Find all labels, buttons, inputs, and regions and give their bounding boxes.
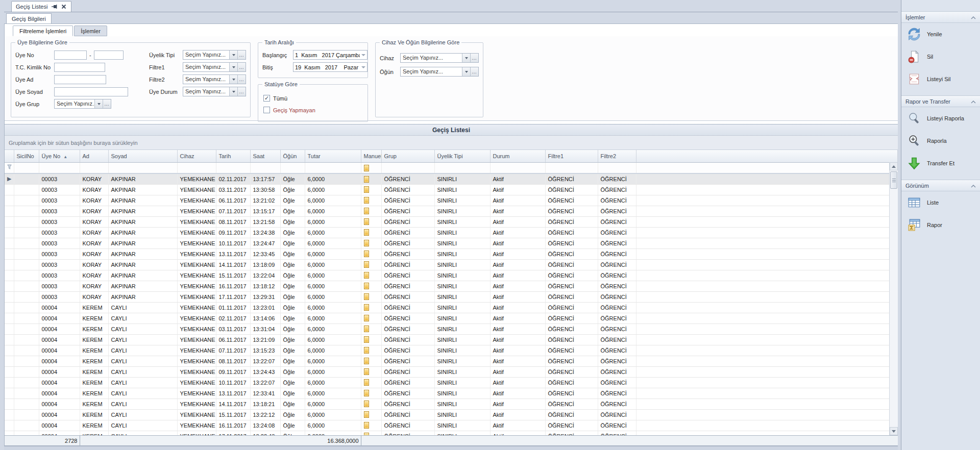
cell-durum[interactable]: Aktif xyxy=(490,377,545,388)
collapse-chevron-icon[interactable] xyxy=(971,98,976,105)
cell-cihaz[interactable]: YEMEKHANE xyxy=(177,216,216,227)
filter-cell-tarih[interactable] xyxy=(216,162,250,173)
cell-tutar[interactable]: 6,0000 xyxy=(305,184,361,195)
cell-cihaz[interactable]: YEMEKHANE xyxy=(177,259,216,270)
filter-cell-grup[interactable] xyxy=(381,162,434,173)
cell-soyad[interactable]: AKPINAR xyxy=(108,195,177,206)
cell-filtre1[interactable]: ÖĞRENCİ xyxy=(545,313,598,323)
cell-durum[interactable]: Aktif xyxy=(490,227,545,238)
cell-filtre2[interactable]: ÖĞRENCİ xyxy=(598,388,636,398)
cell--n[interactable]: Öğle xyxy=(280,281,305,291)
cell--n[interactable]: Öğle xyxy=(280,238,305,248)
column-header-sicilno[interactable]: SicilNo xyxy=(14,150,39,162)
end-date-editor[interactable]: 19 Kasım 2017 Pazar xyxy=(293,62,368,72)
cell-tutar[interactable]: 6,0000 xyxy=(305,420,361,431)
cell--n[interactable]: Öğle xyxy=(280,206,305,216)
cell-cihaz[interactable]: YEMEKHANE xyxy=(177,173,216,184)
cell-ad[interactable]: KORAY xyxy=(80,216,108,227)
table-row[interactable]: 00003KORAYAKPINARYEMEKHANE09.11.201713:2… xyxy=(5,227,898,238)
chevron-down-icon[interactable] xyxy=(229,51,237,59)
cell-ad[interactable]: KEREM xyxy=(80,377,108,388)
cell-filtre1[interactable]: ÖĞRENCİ xyxy=(545,323,598,334)
cell-tarih[interactable]: 16.11.2017 xyxy=(216,420,250,431)
ellipsis-button[interactable]: … xyxy=(237,51,246,59)
cell--n[interactable]: Öğle xyxy=(280,195,305,206)
cell-filtre2[interactable]: ÖĞRENCİ xyxy=(598,356,636,366)
uye-no-from-input[interactable] xyxy=(54,51,87,60)
cell-tutar[interactable]: 6,0000 xyxy=(305,281,361,291)
filter-cell-durum[interactable] xyxy=(490,162,545,173)
filtre2-combo[interactable]: Seçim Yapınız... … xyxy=(183,74,246,84)
sidebar-section-1-header[interactable]: Rapor ve Transfer xyxy=(901,95,980,107)
cell-soyad[interactable]: AKPINAR xyxy=(108,216,177,227)
collapse-chevron-icon[interactable] xyxy=(971,14,976,20)
cell-sicilno[interactable] xyxy=(14,173,39,184)
cell-grup[interactable]: ÖĞRENCİ xyxy=(381,409,434,420)
cell-tarih[interactable]: 10.11.2017 xyxy=(216,377,250,388)
cell-tarih[interactable]: 03.11.2017 xyxy=(216,184,250,195)
cell--ye-no[interactable]: 00003 xyxy=(39,206,80,216)
cell-saat[interactable]: 13:18:21 xyxy=(250,398,280,409)
cell-ad[interactable]: KORAY xyxy=(80,227,108,238)
cell-manuel[interactable] xyxy=(361,227,381,238)
cell-filtre1[interactable]: ÖĞRENCİ xyxy=(545,345,598,356)
cell-durum[interactable]: Aktif xyxy=(490,291,545,302)
cell--n[interactable]: Öğle xyxy=(280,248,305,259)
scroll-up-button[interactable] xyxy=(890,162,898,170)
column-header-durum[interactable]: Durum xyxy=(490,150,545,162)
cell-tarih[interactable]: 07.11.2017 xyxy=(216,345,250,356)
chevron-down-icon[interactable] xyxy=(229,75,237,84)
cell-filtre1[interactable]: ÖĞRENCİ xyxy=(545,227,598,238)
cell-manuel[interactable] xyxy=(361,248,381,259)
cell-durum[interactable]: Aktif xyxy=(490,259,545,270)
cell-soyad[interactable]: CAYLI xyxy=(108,323,177,334)
cell-cihaz[interactable]: YEMEKHANE xyxy=(177,377,216,388)
cell-soyad[interactable]: AKPINAR xyxy=(108,248,177,259)
cell-manuel[interactable] xyxy=(361,377,381,388)
cell-durum[interactable]: Aktif xyxy=(490,238,545,248)
cell-sicilno[interactable] xyxy=(14,248,39,259)
cell-durum[interactable]: Aktif xyxy=(490,281,545,291)
cell-grup[interactable]: ÖĞRENCİ xyxy=(381,313,434,323)
cell-grup[interactable]: ÖĞRENCİ xyxy=(381,227,434,238)
cell--ye-no[interactable]: 00003 xyxy=(39,281,80,291)
cell-soyad[interactable]: CAYLI xyxy=(108,366,177,377)
cell-tarih[interactable]: 14.11.2017 xyxy=(216,259,250,270)
cell-grup[interactable]: ÖĞRENCİ xyxy=(381,173,434,184)
sidebar-item-liste[interactable]: Liste xyxy=(901,191,980,214)
table-row[interactable]: 00004KEREMCAYLIYEMEKHANE17.11.201713:22:… xyxy=(5,431,898,435)
cell-cihaz[interactable]: YEMEKHANE xyxy=(177,313,216,323)
cell--ye-no[interactable]: 00004 xyxy=(39,366,80,377)
table-row[interactable]: 00003KORAYAKPINARYEMEKHANE06.11.201713:2… xyxy=(5,195,898,206)
table-row[interactable]: 00004KEREMCAYLIYEMEKHANE07.11.201713:15:… xyxy=(5,345,898,356)
cell-tutar[interactable]: 6,0000 xyxy=(305,291,361,302)
cell-sicilno[interactable] xyxy=(14,345,39,356)
cell-ad[interactable]: KEREM xyxy=(80,334,108,345)
cell-manuel[interactable] xyxy=(361,334,381,345)
filter-cell--n[interactable] xyxy=(280,162,305,173)
cell-durum[interactable]: Aktif xyxy=(490,398,545,409)
cell-durum[interactable]: Aktif xyxy=(490,356,545,366)
cell-filtre1[interactable]: ÖĞRENCİ xyxy=(545,270,598,281)
cell--yelik-tipi[interactable]: SINIRLI xyxy=(434,366,490,377)
cell--n[interactable]: Öğle xyxy=(280,334,305,345)
cell-durum[interactable]: Aktif xyxy=(490,248,545,259)
cell-tutar[interactable]: 6,0000 xyxy=(305,388,361,398)
column-header--yelik-tipi[interactable]: Üyelik Tipi xyxy=(434,150,490,162)
cell-saat[interactable]: 13:22:07 xyxy=(250,356,280,366)
cell-tutar[interactable]: 6,0000 xyxy=(305,431,361,435)
cell--n[interactable]: Öğle xyxy=(280,270,305,281)
cell-durum[interactable]: Aktif xyxy=(490,216,545,227)
filter-cell--yelik-tipi[interactable] xyxy=(434,162,490,173)
cell-cihaz[interactable]: YEMEKHANE xyxy=(177,184,216,195)
cell-saat[interactable]: 13:22:43 xyxy=(250,431,280,435)
cell-ad[interactable]: KORAY xyxy=(80,259,108,270)
cell-sicilno[interactable] xyxy=(14,291,39,302)
cell-filtre2[interactable]: ÖĞRENCİ xyxy=(598,216,636,227)
cell-soyad[interactable]: CAYLI xyxy=(108,313,177,323)
cell-soyad[interactable]: CAYLI xyxy=(108,409,177,420)
group-by-panel[interactable]: Gruplamak için bir sütun başlığını buray… xyxy=(5,136,898,150)
cell-sicilno[interactable] xyxy=(14,398,39,409)
cell-manuel[interactable] xyxy=(361,206,381,216)
cell-manuel[interactable] xyxy=(361,388,381,398)
